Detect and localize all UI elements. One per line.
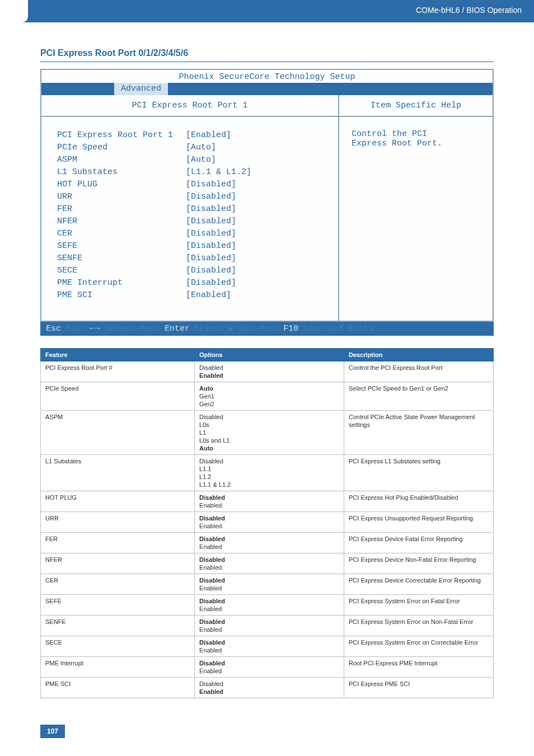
setting-value: [Disabled] — [186, 179, 236, 191]
bios-setting-row: HOT PLUG[Disabled] — [57, 179, 328, 191]
cell-description: PCI Express Unsupported Request Reportin… — [344, 512, 494, 533]
bios-screenshot: Phoenix SecureCore Technology Setup Adva… — [40, 69, 494, 322]
bios-left-pane: PCI Express Root Port 1 PCI Express Root… — [41, 95, 339, 321]
cell-feature: L1 Substates — [41, 455, 195, 491]
option-value: Enabled — [199, 501, 339, 509]
section-title: PCI Express Root Port 0/1/2/3/4/5/6 — [40, 48, 494, 62]
cell-feature: PME SCI — [41, 678, 195, 698]
cell-options: DisabledEnabled — [195, 616, 344, 636]
cell-description: PCI Express System Error on Non-Fatal Er… — [344, 616, 494, 636]
option-value: L1.2 — [199, 473, 339, 481]
cell-options: DisabledEnabled — [195, 574, 344, 595]
bios-right-pane: Item Specific Help Control the PCI Expre… — [339, 95, 493, 321]
cell-options: AutoGen1Gen2 — [195, 382, 344, 411]
setting-label: SECE — [57, 265, 186, 277]
setting-label: ASPM — [57, 154, 186, 166]
setting-value: [L1.1 & L1.2] — [186, 166, 251, 179]
key-esc: Esc — [46, 324, 61, 334]
option-value: Enabled — [199, 646, 339, 654]
option-value: L0s — [199, 421, 339, 429]
setting-label: FER — [57, 203, 186, 215]
setting-label: URR — [57, 191, 186, 203]
col-feature: Feature — [41, 349, 195, 361]
option-value: Disabled — [199, 618, 339, 626]
arrow-icon: ▶ — [229, 323, 234, 334]
cell-description: PCI Express Device Correctable Error Rep… — [344, 574, 494, 595]
option-value: Disabled — [199, 494, 339, 501]
cell-feature: SECE — [41, 636, 195, 657]
cell-options: DisabledL0sL1L0s and L1Auto — [195, 411, 344, 455]
setting-label: L1 Substates — [57, 166, 186, 179]
option-value: Disabled — [199, 659, 339, 667]
table-row: L1 SubstatesDisabledL1.1L1.2L1.1 & L1.2P… — [41, 455, 494, 491]
cell-feature: SENFE — [41, 616, 195, 636]
option-value: Enabled — [199, 564, 339, 571]
tab-advanced: Advanced — [114, 83, 168, 95]
option-value: Disabled — [199, 638, 339, 646]
setting-value: [Disabled] — [186, 277, 236, 289]
cell-options: DisabledEnabled — [195, 636, 344, 657]
cell-options: DisabledEnabled — [195, 553, 344, 574]
option-value: Enabled — [199, 667, 339, 675]
bios-setting-row: PME Interrupt[Disabled] — [57, 277, 328, 289]
cell-description: PCI Express Device Non-Fatal Error Repor… — [344, 553, 494, 574]
option-value: Disabled — [199, 514, 339, 522]
label-select-menu: Select Menu — [105, 324, 160, 334]
table-row: SECEDisabledEnabledPCI Express System Er… — [41, 636, 494, 657]
bios-setting-row: NFER[Disabled] — [57, 215, 328, 228]
bios-setting-row: PCIe Speed[Auto] — [57, 142, 328, 154]
option-value: Disabled — [199, 364, 339, 372]
table-row: FERDisabledEnabledPCI Express Device Fat… — [41, 533, 494, 553]
table-row: HOT PLUGDisabledEnabledPCI Express Hot P… — [41, 491, 494, 512]
setting-value: [Enabled] — [186, 289, 231, 302]
table-row: PME SCIDisabledEnabledPCI Express PME SC… — [41, 678, 494, 698]
bios-left-header: PCI Express Root Port 1 — [41, 95, 338, 117]
option-value: Enabled — [199, 584, 339, 592]
option-value: Disabled — [199, 535, 339, 543]
cell-options: DisabledEnabled — [195, 595, 344, 616]
table-row: PCI Express Root Port #DisabledEnabledCo… — [41, 361, 494, 382]
cell-description: PCI Express Hot Plug Enabled/Disabled — [344, 491, 494, 512]
help-line: Control the PCI — [352, 129, 483, 139]
cell-description: Control PCIe Active State Power Manageme… — [344, 411, 494, 455]
bios-setting-row: SENFE[Disabled] — [57, 252, 328, 265]
option-value: Enabled — [199, 605, 339, 613]
option-value: Gen2 — [199, 400, 339, 408]
bios-setting-row: FER[Disabled] — [57, 203, 328, 215]
bios-setting-row: ASPM[Auto] — [57, 154, 328, 166]
option-value: Enabled — [199, 522, 339, 530]
bios-setting-row: SECE[Disabled] — [57, 265, 328, 277]
option-value: Disabled — [199, 680, 339, 688]
setting-value: [Disabled] — [186, 215, 236, 228]
cell-feature: SEFE — [41, 595, 195, 616]
header-notch — [0, 0, 28, 22]
cell-feature: PCI Express Root Port # — [41, 361, 195, 382]
cell-description: Root PCI Express PME Interrupt — [344, 657, 494, 678]
option-value: L0s and L1 — [199, 436, 339, 444]
option-value: Disabled — [199, 576, 339, 584]
cell-options: DisabledL1.1L1.2L1.1 & L1.2 — [195, 455, 344, 491]
bios-setting-row: SEFE[Disabled] — [57, 240, 328, 252]
option-value: Disabled — [199, 457, 339, 465]
setting-label: NFER — [57, 215, 186, 228]
cell-description: Select PCIe Speed to Gen1 or Gen2 — [344, 382, 494, 411]
setting-value: [Auto] — [186, 142, 216, 154]
cell-options: DisabledEnabled — [195, 512, 344, 533]
option-value: Disabled — [199, 597, 339, 605]
key-f10: F10 — [283, 324, 298, 334]
bios-help-text: Control the PCI Express Root Port. — [339, 117, 493, 167]
cell-description: PCI Express L1 Substates setting — [344, 455, 494, 491]
cell-options: DisabledEnabled — [195, 533, 344, 553]
page-header: COMe-bHL6 / BIOS Operation — [0, 0, 534, 22]
feature-table: Feature Options Description PCI Express … — [40, 348, 494, 698]
setting-value: [Enabled] — [186, 129, 231, 142]
cell-description: PCI Express System Error on Fatal Error — [344, 595, 494, 616]
cell-description: Control the PCI Express Root Port — [344, 361, 494, 382]
option-value: Enabled — [199, 688, 339, 696]
cell-options: DisabledEnabled — [195, 657, 344, 678]
option-value: Disabled — [199, 556, 339, 564]
cell-feature: PME Interrupt — [41, 657, 195, 678]
bios-setting-row: L1 Substates[L1.1 & L1.2] — [57, 166, 328, 179]
table-header-row: Feature Options Description — [41, 349, 494, 361]
setting-label: SEFE — [57, 240, 186, 252]
